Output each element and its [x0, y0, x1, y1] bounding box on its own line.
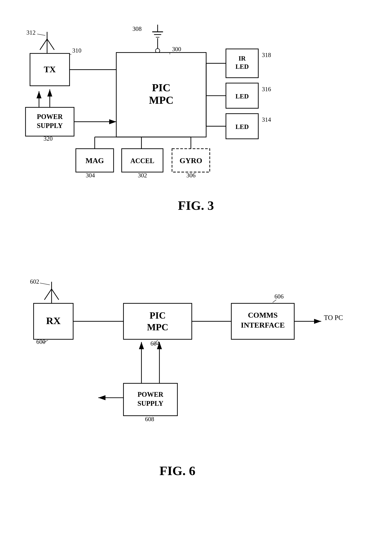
svg-text:MPC: MPC — [149, 94, 174, 106]
svg-text:310: 310 — [72, 47, 81, 54]
svg-text:SUPPLY: SUPPLY — [37, 122, 63, 130]
svg-text:PIC: PIC — [152, 82, 171, 93]
svg-line-4 — [47, 39, 54, 50]
svg-text:TX: TX — [44, 65, 56, 74]
svg-rect-35 — [226, 49, 258, 78]
svg-text:318: 318 — [262, 51, 271, 58]
svg-rect-90 — [123, 383, 177, 416]
svg-text:POWER: POWER — [37, 113, 63, 121]
fig3-diagram: 312 TX 310 POWER SUPPLY 320 — [16, 12, 376, 246]
svg-text:FIG. 6: FIG. 6 — [159, 463, 195, 478]
svg-text:SUPPLY: SUPPLY — [137, 400, 163, 407]
svg-rect-70 — [34, 303, 73, 339]
svg-text:314: 314 — [262, 116, 271, 123]
svg-text:GYRO: GYRO — [179, 156, 202, 165]
svg-line-66 — [51, 289, 59, 300]
svg-line-65 — [44, 289, 51, 300]
svg-point-26 — [155, 49, 160, 53]
svg-text:308: 308 — [132, 25, 142, 32]
svg-rect-81 — [231, 303, 294, 339]
svg-text:PIC: PIC — [150, 310, 166, 321]
svg-text:MAG: MAG — [86, 156, 104, 165]
svg-text:606: 606 — [274, 293, 284, 300]
svg-text:TO PC: TO PC — [324, 314, 343, 322]
svg-text:POWER: POWER — [137, 391, 163, 398]
svg-rect-42 — [226, 114, 258, 139]
svg-text:LED: LED — [235, 63, 249, 70]
svg-text:600: 600 — [36, 338, 46, 345]
page: 312 TX 310 POWER SUPPLY 320 — [0, 0, 392, 537]
svg-text:IR: IR — [238, 55, 246, 62]
svg-text:312: 312 — [26, 29, 36, 36]
svg-text:304: 304 — [86, 172, 95, 179]
svg-text:FIG. 3: FIG. 3 — [178, 198, 214, 213]
svg-line-79 — [154, 340, 158, 345]
svg-line-7 — [37, 34, 45, 35]
svg-rect-53 — [122, 149, 163, 172]
svg-text:316: 316 — [262, 86, 271, 93]
svg-rect-13 — [26, 107, 74, 136]
svg-point-27 — [155, 58, 160, 63]
svg-rect-39 — [226, 83, 258, 108]
svg-text:COMMS: COMMS — [248, 311, 278, 319]
svg-text:602: 602 — [30, 278, 39, 285]
svg-text:302: 302 — [138, 172, 147, 179]
svg-text:ACCEL: ACCEL — [131, 157, 154, 165]
svg-rect-8 — [30, 53, 70, 86]
svg-line-85 — [273, 300, 276, 302]
svg-text:INTERFACE: INTERFACE — [241, 321, 285, 329]
svg-text:608: 608 — [145, 416, 154, 423]
svg-text:LED: LED — [235, 123, 249, 130]
svg-rect-56 — [172, 149, 210, 172]
svg-line-28 — [158, 53, 165, 59]
svg-text:MPC: MPC — [147, 322, 168, 332]
svg-text:306: 306 — [186, 172, 196, 179]
svg-text:300: 300 — [172, 46, 181, 52]
svg-line-3 — [40, 39, 47, 50]
svg-line-73 — [42, 340, 48, 343]
svg-text:RX: RX — [46, 315, 61, 326]
fig6-diagram: 602 RX 600 PIC MPC 604 COMMS INTERFACE — [16, 262, 376, 516]
svg-rect-50 — [76, 149, 113, 172]
svg-line-69 — [40, 283, 50, 285]
svg-text:LED: LED — [235, 93, 249, 100]
svg-rect-75 — [123, 303, 192, 339]
svg-rect-30 — [116, 52, 206, 137]
svg-text:604: 604 — [150, 340, 159, 347]
svg-text:320: 320 — [44, 135, 53, 142]
